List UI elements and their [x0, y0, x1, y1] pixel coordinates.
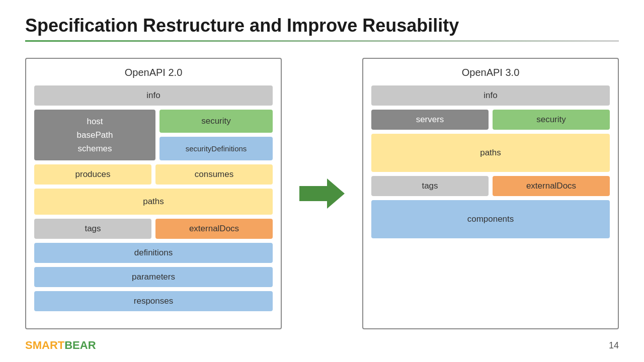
row-host-security: hostbasePathschemes security securityDef… — [34, 110, 273, 161]
cell-security-2: security — [159, 110, 273, 133]
row-components: components — [371, 200, 610, 238]
cell-definitions: definitions — [34, 243, 273, 263]
cell-host: hostbasePathschemes — [34, 110, 155, 161]
row-paths-2: paths — [34, 189, 273, 215]
cell-consumes: consumes — [155, 164, 273, 185]
logo: SMARTBEAR — [25, 339, 96, 352]
row-servers: servers security — [371, 110, 610, 130]
title-underline — [25, 40, 619, 42]
row-info-2: info — [34, 85, 273, 106]
arrow-container — [297, 178, 347, 209]
logo-smart: SMART — [25, 339, 64, 351]
row-definitions: definitions — [34, 243, 273, 263]
arrow-icon — [299, 178, 345, 209]
logo-bear: BEAR — [64, 339, 96, 351]
cell-security-3: security — [493, 110, 610, 130]
footer: SMARTBEAR 14 — [25, 339, 619, 352]
svg-marker-0 — [299, 178, 345, 209]
row-produces: produces consumes — [34, 164, 273, 185]
row-paths-3: paths — [371, 134, 610, 172]
row-tags-2: tags externalDocs — [34, 219, 273, 239]
slide: Specification Restructure and Improve Re… — [0, 0, 644, 362]
cell-responses: responses — [34, 291, 273, 311]
row-info-3: info — [371, 85, 610, 106]
slide-title: Specification Restructure and Improve Re… — [25, 15, 619, 36]
openapi2-box: OpenAPI 2.0 info hostbasePathschemes sec… — [25, 58, 282, 329]
cell-parameters: parameters — [34, 267, 273, 287]
cell-tags-2: tags — [34, 219, 151, 239]
openapi2-title: OpenAPI 2.0 — [34, 67, 273, 78]
openapi3-box: OpenAPI 3.0 info servers security paths … — [362, 58, 619, 329]
cell-info-2: info — [34, 85, 273, 106]
cell-produces: produces — [34, 164, 151, 185]
openapi3-title: OpenAPI 3.0 — [371, 67, 610, 78]
row-parameters: parameters — [34, 267, 273, 287]
cell-info-3: info — [371, 85, 610, 106]
cell-paths-2: paths — [34, 189, 273, 215]
cell-tags-3: tags — [371, 176, 489, 196]
cell-components: components — [371, 200, 610, 238]
cell-servers: servers — [371, 110, 489, 130]
row-responses: responses — [34, 291, 273, 311]
page-number: 14 — [609, 340, 619, 351]
row-tags-3: tags externalDocs — [371, 176, 610, 196]
cell-externaldocs-2: externalDocs — [155, 219, 273, 239]
cell-paths-3: paths — [371, 134, 610, 172]
cell-security-defs: securityDefinitions — [159, 137, 273, 160]
content-area: OpenAPI 2.0 info hostbasePathschemes sec… — [25, 52, 619, 335]
cell-externaldocs-3: externalDocs — [493, 176, 610, 196]
